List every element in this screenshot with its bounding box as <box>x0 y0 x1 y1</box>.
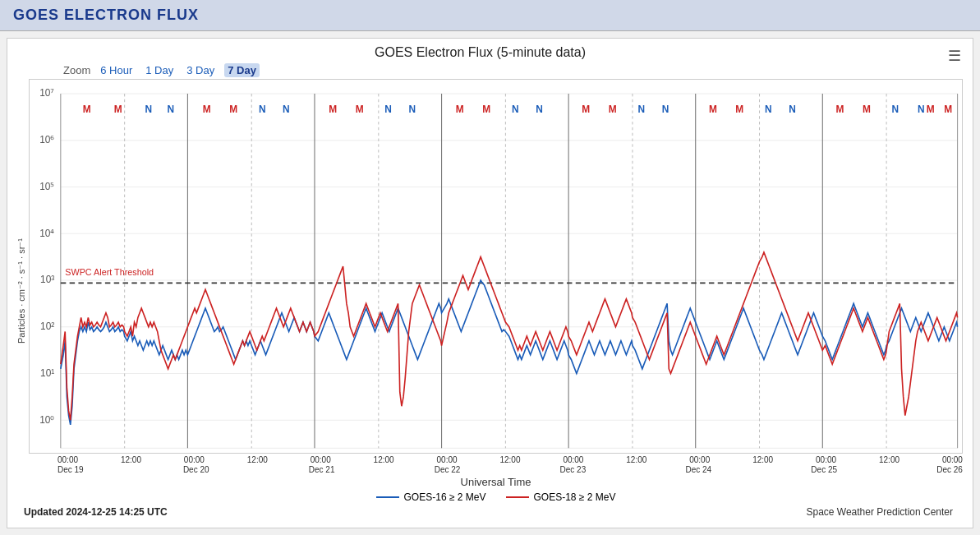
svg-text:M: M <box>836 103 844 114</box>
svg-text:M: M <box>456 103 464 114</box>
x-tick: 12:00 <box>626 455 646 464</box>
svg-text:10³: 10³ <box>40 274 54 285</box>
legend-item-goes18: GOES-18 ≥ 2 MeV <box>506 491 616 503</box>
svg-text:M: M <box>203 103 211 114</box>
chart-title: GOES Electron Flux (5-minute data) <box>14 45 963 60</box>
x-date: Dec 23 <box>560 465 587 474</box>
page-title: GOES ELECTRON FLUX <box>13 7 199 23</box>
svg-text:M: M <box>863 103 871 114</box>
chart-area: Particles · cm⁻² · s⁻¹ · sr⁻¹ 10⁷ 10⁶ 10… <box>14 79 963 503</box>
svg-text:10⁴: 10⁴ <box>39 227 54 238</box>
zoom-bar: Zoom 6 Hour 1 Day 3 Day 7 Day <box>63 63 963 77</box>
x-date: Dec 19 <box>58 465 84 474</box>
svg-text:N: N <box>637 103 645 114</box>
svg-text:M: M <box>482 103 490 114</box>
x-tick: 00:00 <box>311 455 331 464</box>
svg-text:M: M <box>735 103 743 114</box>
svg-text:10⁰: 10⁰ <box>39 413 54 425</box>
svg-text:10⁷: 10⁷ <box>39 87 54 99</box>
x-tick: 00:00 <box>58 455 78 464</box>
x-tick: 00:00 <box>184 455 205 464</box>
svg-text:M: M <box>609 103 617 114</box>
svg-text:M: M <box>329 103 337 114</box>
svg-text:N: N <box>283 103 290 114</box>
chart-inner: 10⁷ 10⁶ 10⁵ 10⁴ 10³ 10² 10¹ 10⁰ <box>29 79 963 503</box>
updated-text: Updated 2024-12-25 14:25 UTC <box>24 506 168 518</box>
zoom-6hour-button[interactable]: 6 Hour <box>97 63 136 77</box>
y-axis-label: Particles · cm⁻² · s⁻¹ · sr⁻¹ <box>14 79 29 503</box>
svg-text:N: N <box>259 103 266 114</box>
x-date: Dec 24 <box>685 465 711 474</box>
svg-text:N: N <box>892 103 899 114</box>
x-axis-title: Universal Time <box>29 476 963 488</box>
svg-text:M: M <box>927 103 935 114</box>
x-tick: 12:00 <box>499 455 520 464</box>
svg-text:M: M <box>356 103 364 114</box>
legend-line-goes18 <box>506 496 529 498</box>
x-tick: 00:00 <box>563 455 583 464</box>
x-tick: 12:00 <box>879 455 899 464</box>
menu-icon[interactable]: ☰ <box>948 47 961 65</box>
x-tick: 12:00 <box>752 455 773 464</box>
x-tick: 12:00 <box>374 455 394 464</box>
zoom-1day-button[interactable]: 1 Day <box>142 63 177 77</box>
top-bar: GOES ELECTRON FLUX <box>0 0 980 31</box>
svg-text:N: N <box>409 103 416 114</box>
svg-text:10²: 10² <box>40 321 54 332</box>
chart-container: GOES Electron Flux (5-minute data) ☰ Zoo… <box>7 38 973 528</box>
x-tick: 00:00 <box>437 455 458 464</box>
svg-text:N: N <box>145 103 153 114</box>
svg-text:N: N <box>765 103 772 114</box>
svg-text:10⁵: 10⁵ <box>39 181 54 192</box>
zoom-label: Zoom <box>63 64 90 76</box>
x-date: Dec 22 <box>435 465 461 474</box>
svg-text:N: N <box>536 103 543 114</box>
svg-text:M: M <box>114 103 122 114</box>
svg-text:N: N <box>384 103 392 114</box>
legend-item-goes16: GOES-16 ≥ 2 MeV <box>376 491 486 503</box>
x-tick: 12:00 <box>247 455 268 464</box>
svg-text:SWPC Alert Threshold: SWPC Alert Threshold <box>65 267 154 277</box>
legend-label-goes18: GOES-18 ≥ 2 MeV <box>534 491 616 503</box>
x-tick: 00:00 <box>816 455 836 464</box>
zoom-3day-button[interactable]: 3 Day <box>183 63 218 77</box>
x-tick: 00:00 <box>942 455 963 464</box>
chart-legend: GOES-16 ≥ 2 MeV GOES-18 ≥ 2 MeV <box>29 491 963 503</box>
footer-bar: Updated 2024-12-25 14:25 UTC Space Weath… <box>14 503 963 521</box>
svg-text:10⁶: 10⁶ <box>39 134 54 145</box>
legend-label-goes16: GOES-16 ≥ 2 MeV <box>404 491 486 503</box>
chart-svg: 10⁷ 10⁶ 10⁵ 10⁴ 10³ 10² 10¹ 10⁰ <box>30 80 962 453</box>
svg-text:M: M <box>944 103 952 114</box>
svg-text:10¹: 10¹ <box>40 367 54 379</box>
svg-text:M: M <box>709 103 717 114</box>
svg-text:N: N <box>789 103 796 114</box>
svg-text:M: M <box>229 103 237 114</box>
zoom-7day-button[interactable]: 7 Day <box>224 63 260 77</box>
credit-text: Space Weather Prediction Center <box>806 506 953 518</box>
x-date: Dec 20 <box>183 465 209 474</box>
page-wrapper: GOES ELECTRON FLUX GOES Electron Flux (5… <box>0 0 980 535</box>
svg-text:M: M <box>83 103 91 114</box>
svg-text:N: N <box>168 103 175 114</box>
x-date: Dec 26 <box>936 465 963 474</box>
svg-text:M: M <box>582 103 590 114</box>
x-tick: 12:00 <box>121 455 141 464</box>
svg-text:N: N <box>662 103 669 114</box>
svg-text:N: N <box>918 103 925 114</box>
plot-area: 10⁷ 10⁶ 10⁵ 10⁴ 10³ 10² 10¹ 10⁰ <box>29 79 963 454</box>
x-tick: 00:00 <box>689 455 710 464</box>
x-date: Dec 25 <box>811 465 837 474</box>
svg-text:N: N <box>512 103 519 114</box>
x-date: Dec 21 <box>309 465 335 474</box>
x-axis-area: 00:00 12:00 00:00 12:00 00:00 12:00 00:0… <box>29 455 963 488</box>
legend-line-goes16 <box>376 496 399 498</box>
